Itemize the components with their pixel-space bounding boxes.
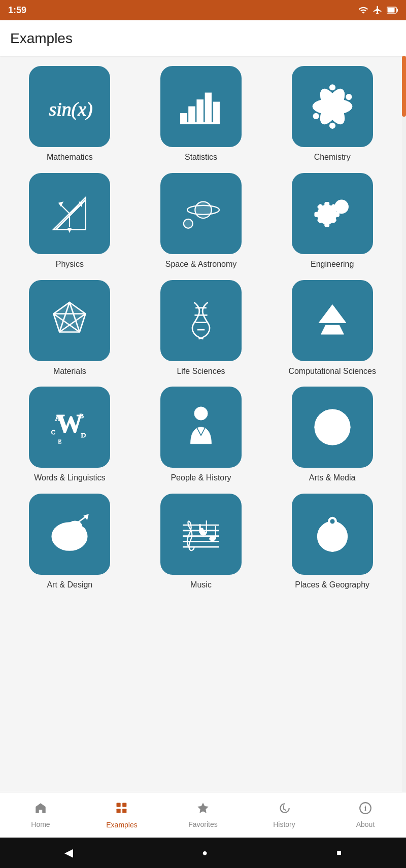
airplane-icon	[373, 5, 383, 15]
svg-rect-6	[197, 100, 204, 123]
svg-rect-4	[180, 114, 187, 123]
chemistry-label: Chemistry	[314, 152, 351, 163]
battery-icon	[387, 7, 398, 14]
svg-rect-1	[388, 8, 395, 13]
history-icon	[278, 802, 291, 818]
svg-rect-33	[315, 213, 320, 216]
nav-about[interactable]: i About	[325, 802, 406, 828]
category-materials[interactable]: Materials	[8, 280, 131, 377]
category-words[interactable]: W A B C D E Words & Linguistics	[8, 387, 131, 483]
svg-point-69	[54, 531, 60, 536]
scrollbar-thumb	[402, 56, 406, 117]
materials-label: Materials	[53, 366, 86, 377]
physics-label: Physics	[56, 259, 84, 270]
android-nav-bar: ◀ ● ■	[0, 838, 406, 868]
svg-point-40	[339, 204, 344, 209]
svg-text:E: E	[58, 438, 62, 444]
wifi-icon	[358, 5, 368, 15]
svg-point-14	[330, 85, 334, 90]
svg-text:sin(x): sin(x)	[49, 98, 93, 120]
examples-icon	[115, 801, 129, 819]
lifesciences-icon	[178, 298, 224, 343]
artsmedia-label: Arts & Media	[309, 473, 356, 483]
status-bar: 1:59	[0, 0, 406, 20]
svg-text:D: D	[81, 431, 86, 439]
svg-rect-31	[325, 202, 328, 208]
svg-point-70	[59, 541, 64, 546]
people-icon-box	[160, 387, 242, 468]
category-physics[interactable]: Physics	[8, 173, 131, 270]
category-artsmedia[interactable]: Arts & Media	[270, 387, 394, 483]
category-statistics[interactable]: Statistics	[140, 66, 263, 163]
category-geography[interactable]: Places & Geography	[270, 494, 394, 591]
header: Examples	[0, 20, 406, 56]
recents-button[interactable]: ■	[336, 848, 342, 857]
svg-point-28	[184, 219, 193, 228]
nav-home-label: Home	[31, 820, 50, 828]
category-lifesciences[interactable]: Life Sciences	[140, 280, 263, 377]
svg-point-62	[329, 410, 335, 415]
svg-rect-7	[205, 93, 212, 123]
people-label: People & History	[171, 473, 231, 483]
svg-marker-75	[85, 515, 88, 518]
svg-rect-94	[117, 803, 121, 807]
space-icon-box	[160, 173, 242, 254]
nav-examples[interactable]: Examples	[81, 801, 162, 829]
geography-icon-box	[292, 494, 373, 575]
nav-examples-label: Examples	[106, 821, 137, 829]
svg-rect-32	[325, 221, 328, 226]
category-computational[interactable]: Computational Sciences	[270, 280, 394, 377]
favorites-icon	[196, 802, 210, 818]
svg-line-21	[70, 204, 81, 214]
category-engineering[interactable]: Engineering	[270, 173, 394, 270]
statistics-icon-box	[160, 66, 242, 147]
statistics-label: Statistics	[185, 152, 217, 163]
svg-text:A: A	[55, 414, 61, 422]
home-button[interactable]: ●	[202, 848, 208, 858]
svg-line-20	[60, 204, 70, 214]
svg-text:W: W	[56, 409, 83, 438]
nav-history-label: History	[273, 820, 295, 828]
music-icon-box: ♭	[160, 494, 242, 575]
svg-rect-8	[213, 102, 220, 123]
music-icon: ♭	[178, 511, 224, 557]
category-mathematics[interactable]: sin(x) Mathematics	[8, 66, 131, 163]
nav-about-label: About	[356, 820, 375, 828]
nav-history[interactable]: History	[244, 802, 325, 828]
nav-favorites[interactable]: Favorites	[162, 802, 244, 828]
time: 1:59	[8, 5, 26, 16]
category-chemistry[interactable]: Chemistry	[270, 66, 394, 163]
artdesign-icon-box	[29, 494, 110, 575]
svg-rect-96	[117, 809, 121, 813]
nav-home[interactable]: Home	[0, 802, 81, 828]
svg-marker-25	[69, 228, 71, 231]
category-artdesign[interactable]: Art & Design	[8, 494, 131, 591]
nav-favorites-label: Favorites	[188, 820, 218, 828]
mathematics-icon: sin(x)	[47, 84, 92, 129]
category-grid: sin(x) Mathematics Stati	[8, 66, 394, 591]
mathematics-label: Mathematics	[47, 152, 93, 163]
svg-rect-95	[122, 803, 126, 807]
svg-rect-97	[122, 809, 126, 813]
back-button[interactable]: ◀	[64, 846, 73, 859]
scrollbar[interactable]	[402, 56, 406, 792]
svg-point-92	[330, 519, 334, 524]
artdesign-icon	[47, 511, 92, 557]
svg-text:C: C	[51, 429, 55, 436]
svg-rect-34	[333, 213, 339, 216]
materials-icon-box	[29, 280, 110, 361]
physics-icon-box	[29, 173, 110, 254]
svg-point-26	[195, 201, 211, 218]
lifesciences-icon-box	[160, 280, 242, 361]
category-people[interactable]: People & History	[140, 387, 263, 483]
physics-icon	[47, 191, 92, 236]
computational-icon	[310, 298, 355, 343]
words-icon-box: W A B C D E	[29, 387, 110, 468]
status-icons	[358, 5, 398, 15]
statistics-icon	[178, 84, 224, 129]
computational-label: Computational Sciences	[288, 366, 376, 377]
category-music[interactable]: ♭ Music	[140, 494, 263, 591]
space-icon	[178, 191, 224, 236]
category-space[interactable]: Space & Astronomy	[140, 173, 263, 270]
svg-rect-5	[189, 107, 195, 123]
